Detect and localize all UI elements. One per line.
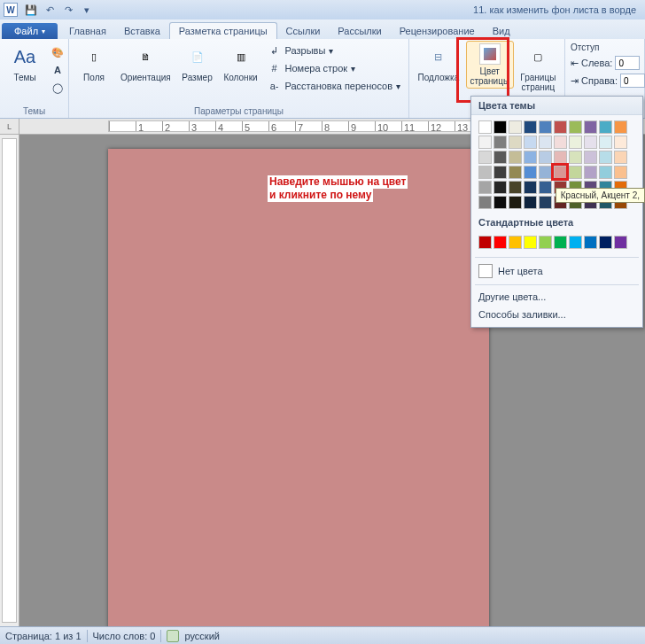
themes-button[interactable]: Aa Темы xyxy=(5,41,44,84)
more-colors-item[interactable]: Другие цвета... xyxy=(471,288,642,306)
save-icon[interactable]: 💾 xyxy=(23,2,39,18)
theme-effects-icon[interactable]: ◯ xyxy=(48,80,67,96)
tab-page-layout[interactable]: Разметка страницы xyxy=(169,22,277,39)
color-swatch[interactable] xyxy=(584,120,597,134)
color-swatch[interactable] xyxy=(493,151,507,164)
status-language[interactable]: русский xyxy=(184,631,219,641)
ribbon-tabs: Файл Главная Вставка Разметка страницы С… xyxy=(0,19,645,39)
color-swatch[interactable] xyxy=(509,236,522,249)
page-borders-button[interactable]: ▢Границы страниц xyxy=(517,41,559,94)
color-swatch[interactable] xyxy=(614,166,627,179)
color-swatch[interactable] xyxy=(524,136,537,149)
color-swatch[interactable] xyxy=(509,166,522,179)
color-swatch[interactable] xyxy=(539,166,552,179)
line-numbers-button[interactable]: #Номера строк ▾ xyxy=(265,60,403,76)
color-swatch[interactable] xyxy=(599,120,612,134)
color-swatch[interactable] xyxy=(569,236,582,249)
color-swatch[interactable] xyxy=(478,136,492,149)
status-word-count[interactable]: Число слов: 0 xyxy=(93,631,156,641)
color-swatch[interactable] xyxy=(599,136,612,149)
page-color-button[interactable]: Цвет страницы xyxy=(466,41,514,89)
color-swatch[interactable] xyxy=(478,196,492,209)
tab-home[interactable]: Главная xyxy=(60,23,115,39)
undo-icon[interactable]: ↶ xyxy=(42,2,58,18)
document-page[interactable]: Наведите мышью на цвет и кликните по нем… xyxy=(108,149,489,626)
color-swatch[interactable] xyxy=(599,166,612,179)
color-swatch[interactable] xyxy=(493,120,507,134)
redo-icon[interactable]: ↷ xyxy=(60,2,76,18)
color-swatch[interactable] xyxy=(584,166,597,179)
color-swatch[interactable] xyxy=(554,166,567,179)
color-swatch[interactable] xyxy=(539,151,552,164)
vertical-ruler[interactable] xyxy=(0,135,19,626)
color-swatch[interactable] xyxy=(539,181,552,194)
color-swatch[interactable] xyxy=(524,181,537,194)
qat-dropdown-icon[interactable]: ▾ xyxy=(79,2,95,18)
color-swatch[interactable] xyxy=(524,166,537,179)
color-swatch[interactable] xyxy=(478,166,492,179)
color-swatch[interactable] xyxy=(509,120,522,134)
color-swatch[interactable] xyxy=(599,236,612,249)
color-swatch[interactable] xyxy=(509,196,522,209)
color-swatch[interactable] xyxy=(554,136,567,149)
color-swatch[interactable] xyxy=(554,120,567,134)
proofing-icon[interactable] xyxy=(167,630,179,642)
color-swatch[interactable] xyxy=(493,236,507,249)
color-swatch[interactable] xyxy=(539,120,552,134)
color-swatch[interactable] xyxy=(569,151,582,164)
color-swatch[interactable] xyxy=(478,120,492,134)
color-swatch[interactable] xyxy=(614,120,627,134)
color-swatch[interactable] xyxy=(524,120,537,134)
theme-fonts-icon[interactable]: A xyxy=(48,62,67,78)
tab-insert[interactable]: Вставка xyxy=(115,23,169,39)
fill-effects-item[interactable]: Способы заливки... xyxy=(471,306,642,323)
indent-right-field[interactable]: ⇥ Справа: xyxy=(571,74,645,88)
color-swatch[interactable] xyxy=(569,120,582,134)
hyphenation-button[interactable]: a-Расстановка переносов ▾ xyxy=(265,78,403,94)
color-swatch[interactable] xyxy=(584,236,597,249)
color-swatch[interactable] xyxy=(569,136,582,149)
breaks-button[interactable]: ↲Разрывы ▾ xyxy=(265,43,403,58)
color-swatch[interactable] xyxy=(584,151,597,164)
color-swatch[interactable] xyxy=(524,151,537,164)
tab-references[interactable]: Ссылки xyxy=(277,23,330,39)
margins-button[interactable]: ▯Поля xyxy=(74,41,113,84)
orientation-button[interactable]: 🗎Ориентация xyxy=(117,41,175,84)
color-swatch[interactable] xyxy=(554,151,567,164)
color-swatch[interactable] xyxy=(569,166,582,179)
color-swatch[interactable] xyxy=(599,151,612,164)
tab-review[interactable]: Рецензирование xyxy=(391,23,484,39)
color-swatch[interactable] xyxy=(509,151,522,164)
color-swatch[interactable] xyxy=(554,236,567,249)
color-swatch[interactable] xyxy=(493,166,507,179)
theme-colors-icon[interactable]: 🎨 xyxy=(48,44,67,60)
color-swatch[interactable] xyxy=(524,196,537,209)
color-swatch[interactable] xyxy=(539,136,552,149)
color-swatch[interactable] xyxy=(614,151,627,164)
color-swatch[interactable] xyxy=(509,136,522,149)
tab-mailings[interactable]: Рассылки xyxy=(329,23,390,39)
color-swatch[interactable] xyxy=(614,136,627,149)
color-swatch[interactable] xyxy=(584,136,597,149)
tab-file[interactable]: Файл xyxy=(2,23,58,39)
indent-right-input[interactable] xyxy=(620,74,645,88)
color-swatch[interactable] xyxy=(539,236,552,249)
color-swatch[interactable] xyxy=(493,181,507,194)
color-swatch[interactable] xyxy=(539,196,552,209)
indent-left-input[interactable] xyxy=(615,56,640,70)
columns-button[interactable]: ▥Колонки xyxy=(221,41,261,84)
color-swatch[interactable] xyxy=(614,236,627,249)
color-swatch[interactable] xyxy=(524,236,537,249)
color-swatch[interactable] xyxy=(478,181,492,194)
watermark-button[interactable]: ⊟Подложка xyxy=(415,41,462,84)
color-swatch[interactable] xyxy=(478,236,492,249)
color-swatch[interactable] xyxy=(478,151,492,164)
color-swatch[interactable] xyxy=(509,181,522,194)
indent-left-field[interactable]: ⇤ Слева: xyxy=(571,56,640,70)
color-swatch[interactable] xyxy=(493,196,507,209)
tab-view[interactable]: Вид xyxy=(484,23,519,39)
color-swatch[interactable] xyxy=(493,136,507,149)
size-button[interactable]: 📄Размер xyxy=(178,41,217,84)
status-page[interactable]: Страница: 1 из 1 xyxy=(5,631,82,641)
no-color-item[interactable]: Нет цвета xyxy=(471,260,642,282)
